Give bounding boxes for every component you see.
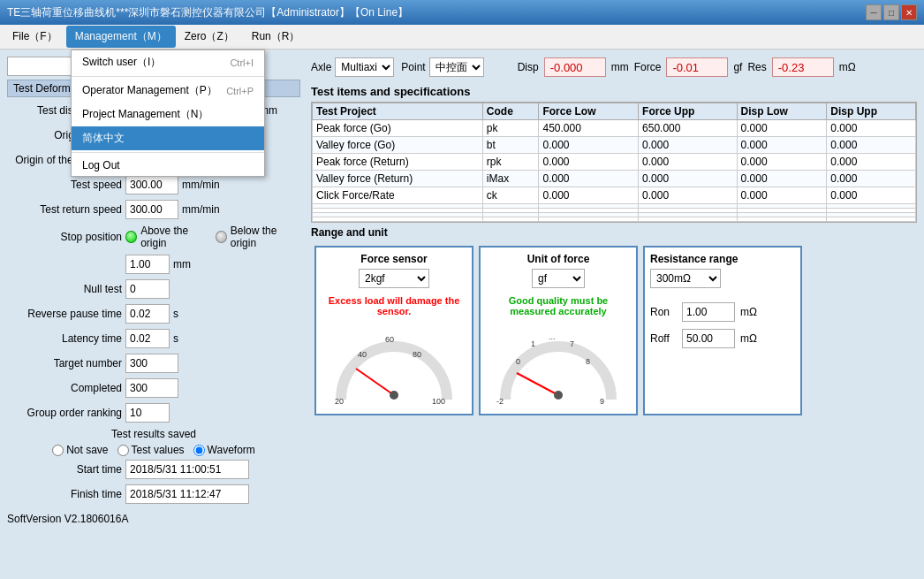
test-values-radio[interactable]: Test values (117, 444, 185, 456)
ron-input[interactable] (682, 302, 735, 322)
svg-text:60: 60 (385, 335, 394, 344)
dropdown-switch-user[interactable]: Switch user（I） Ctrl+I (72, 50, 264, 74)
point-select[interactable]: 中控面 (429, 57, 484, 77)
resistance-select[interactable]: 300mΩ (650, 269, 721, 288)
roff-label: Roff (650, 332, 677, 345)
svg-text:100: 100 (432, 397, 445, 406)
test-return-speed-label: Test return speed (7, 203, 122, 216)
waveform-radio[interactable]: Waveform (193, 444, 255, 456)
stop-position-row: Stop position Above the origin Below the… (7, 225, 300, 249)
res-unit: mΩ (839, 61, 856, 73)
top-input-field[interactable] (7, 57, 78, 76)
menu-management[interactable]: Management（M） (66, 26, 176, 48)
menu-zero[interactable]: Zero（Z） (176, 26, 243, 48)
target-number-label: Target number (7, 357, 122, 369)
soft-version-label: SoftVersion (7, 513, 61, 525)
specs-table: Test Project Code Force Low Force Upp Di… (311, 102, 917, 223)
right-panel: Axle Multiaxi Point 中控面 Disp -0.000 mm F… (307, 53, 920, 575)
stop-position-label: Stop position (7, 231, 122, 243)
col-code: Code (482, 103, 539, 120)
unit-force-gauge: -2 0 1 ... 7 8 9 (492, 320, 625, 408)
reverse-pause-input[interactable] (125, 304, 170, 324)
switch-user-label: Switch user（I） (82, 55, 161, 70)
svg-text:9: 9 (600, 397, 604, 406)
svg-point-15 (554, 391, 563, 400)
reverse-pause-unit: s (173, 308, 178, 320)
resistance-title: Resistance range (650, 253, 738, 265)
svg-text:40: 40 (358, 350, 367, 359)
null-test-row: Null test (7, 279, 300, 299)
table-row: Click Force/Rateck0.0000.0000.0000.000 (313, 187, 916, 204)
latency-time-row: Latency time s (7, 329, 300, 348)
stop-value-input[interactable] (125, 255, 170, 274)
axle-select[interactable]: Multiaxi (335, 57, 394, 77)
table-row: Peak force (Return)rpk0.0000.0000.0000.0… (313, 154, 916, 171)
force-unit: gf (733, 61, 742, 73)
table-row: Valley force (Return)iMax0.0000.0000.000… (313, 171, 916, 187)
reverse-pause-row: Reverse pause time s (7, 304, 300, 324)
lang-label: 简体中文 (82, 131, 125, 146)
table-row (313, 217, 916, 222)
force-sensor-title: Force sensor (360, 253, 427, 265)
table-row: Peak force (Go)pk450.000650.0000.0000.00… (313, 120, 916, 137)
disp-label: Disp (518, 61, 539, 73)
completed-input[interactable] (125, 378, 178, 398)
null-test-input[interactable] (125, 279, 170, 299)
unit-force-box: Unit of force gf Good quality must be me… (479, 246, 638, 415)
test-speed-unit: mm/min (182, 179, 220, 191)
completed-row: Completed (7, 378, 300, 398)
svg-text:-2: -2 (496, 397, 504, 406)
force-sensor-select[interactable]: 2kgf (359, 269, 429, 288)
start-time-row: Start time (7, 460, 300, 479)
table-title: Test items and specifications (311, 85, 917, 98)
close-button[interactable]: ✕ (901, 4, 917, 20)
dropdown-lang[interactable]: 简体中文 (72, 126, 264, 150)
finish-time-label: Finish time (7, 488, 122, 500)
dropdown-logout[interactable]: Log Out (72, 155, 264, 176)
col-test-project: Test Project (313, 103, 483, 120)
latency-time-input[interactable] (125, 329, 170, 348)
dropdown-operator[interactable]: Operator Management（P） Ctrl+P (72, 79, 264, 103)
disp-unit: mm (611, 61, 629, 73)
force-label: Force (634, 61, 662, 73)
latency-time-unit: s (173, 332, 178, 345)
unit-force-select[interactable]: gf (532, 269, 585, 288)
test-return-speed-row: Test return speed mm/min (7, 200, 300, 219)
start-time-input[interactable] (125, 460, 249, 479)
col-force-upp: Force Upp (639, 103, 738, 120)
start-time-label: Start time (7, 463, 122, 476)
dropdown-divider-2 (72, 152, 264, 153)
col-force-low: Force Low (539, 103, 639, 120)
dropdown-divider-1 (72, 76, 264, 77)
svg-text:20: 20 (335, 397, 344, 406)
completed-label: Completed (7, 382, 122, 394)
col-disp-upp: Disp Upp (827, 103, 916, 120)
test-speed-input[interactable] (125, 175, 178, 194)
dropdown-project[interactable]: Project Management（N） (72, 103, 264, 126)
not-save-radio[interactable]: Not save (52, 444, 108, 456)
gauge-section: Range and unit Force sensor 2kgf Excess … (307, 226, 920, 419)
title-bar: TE三轴荷重位移曲线机***深圳市磐石测控仪器有限公司【Administrato… (0, 0, 924, 25)
test-return-speed-input[interactable] (125, 200, 178, 219)
maximize-button[interactable]: □ (883, 4, 899, 20)
force-sensor-warning: Excess load will damage the sensor. (322, 295, 466, 316)
ron-row: Ron mΩ (650, 302, 757, 322)
test-return-speed-unit: mm/min (182, 203, 220, 216)
operator-shortcut: Ctrl+P (226, 86, 254, 96)
minimize-button[interactable]: ─ (866, 4, 882, 20)
table-section: Test items and specifications Test Proje… (307, 85, 920, 223)
finish-time-input[interactable] (125, 484, 249, 504)
menu-run[interactable]: Run（R） (243, 26, 309, 48)
svg-line-5 (356, 369, 394, 395)
roff-input[interactable] (682, 329, 735, 348)
res-label: Res (747, 61, 766, 73)
menu-file[interactable]: File（F） (4, 26, 66, 48)
group-order-row: Group order ranking (7, 403, 300, 423)
svg-text:80: 80 (413, 350, 421, 359)
resistance-box: Resistance range 300mΩ Ron mΩ Roff mΩ (643, 246, 802, 415)
target-number-row: Target number (7, 354, 300, 373)
stop-above-led (125, 231, 137, 243)
target-number-input[interactable] (125, 354, 178, 373)
res-value: -0.23 (772, 57, 834, 77)
group-order-input[interactable] (125, 403, 170, 423)
